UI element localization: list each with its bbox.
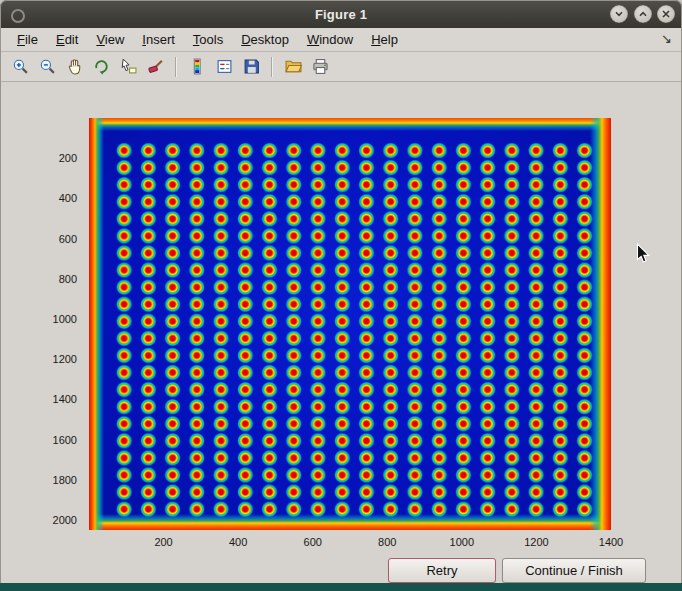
- printer-icon: [312, 58, 329, 75]
- menu-view[interactable]: View: [88, 30, 132, 49]
- x-tick-label: 1400: [599, 536, 623, 548]
- y-tick-label: 1400: [53, 393, 77, 405]
- brush-button[interactable]: [143, 55, 167, 79]
- open-folder-icon: [285, 58, 302, 75]
- x-tick-label: 400: [229, 536, 247, 548]
- pan-hand-icon: [66, 58, 83, 75]
- chevron-up-icon: [638, 9, 648, 19]
- menu-file[interactable]: File: [9, 30, 46, 49]
- figure-canvas: 200400600800100012001400160018002000 200…: [1, 82, 681, 583]
- window-title: Figure 1: [315, 7, 367, 22]
- zoom-in-button[interactable]: [8, 55, 32, 79]
- menu-desktop[interactable]: Desktop: [233, 30, 297, 49]
- x-tick-label: 200: [154, 536, 172, 548]
- menu-tools[interactable]: Tools: [185, 30, 231, 49]
- rotate-3d-icon: [93, 58, 110, 75]
- rotate-3d-button[interactable]: [89, 55, 113, 79]
- data-cursor-icon: [120, 58, 137, 75]
- zoom-out-button[interactable]: [35, 55, 59, 79]
- y-tick-label: 1800: [53, 474, 77, 486]
- zoom-out-icon: [39, 58, 56, 75]
- y-tick-label: 1200: [53, 353, 77, 365]
- y-tick-label: 800: [59, 273, 77, 285]
- brush-icon: [147, 58, 164, 75]
- insert-legend-button[interactable]: [212, 55, 236, 79]
- y-tick-label: 200: [59, 152, 77, 164]
- x-tick-label: 1200: [524, 536, 548, 548]
- menubar: File Edit View Insert Tools Desktop Wind…: [1, 28, 681, 52]
- zoom-in-icon: [12, 58, 29, 75]
- y-tick-label: 2000: [53, 514, 77, 526]
- x-tick-label: 600: [304, 536, 322, 548]
- figure-toolbar: [1, 52, 681, 82]
- menu-edit[interactable]: Edit: [48, 30, 86, 49]
- y-axis-tick-labels: 200400600800100012001400160018002000: [1, 118, 85, 530]
- retry-button[interactable]: Retry: [388, 558, 496, 583]
- menu-window[interactable]: Window: [299, 30, 361, 49]
- toolbar-separator: [271, 57, 273, 77]
- x-axis-tick-labels: 200400600800100012001400: [89, 534, 611, 550]
- x-tick-label: 1000: [450, 536, 474, 548]
- data-cursor-button[interactable]: [116, 55, 140, 79]
- plot-image[interactable]: [89, 118, 611, 530]
- toolbar-separator: [175, 57, 177, 77]
- shade-button[interactable]: [610, 5, 628, 23]
- chevron-down-icon: [614, 9, 624, 19]
- window-menu-icon[interactable]: [11, 9, 25, 23]
- y-tick-label: 1000: [53, 313, 77, 325]
- print-button[interactable]: [308, 55, 332, 79]
- taskbar-strip: [0, 583, 682, 591]
- insert-colorbar-button[interactable]: [185, 55, 209, 79]
- menu-overflow-arrow-icon[interactable]: ↘: [661, 31, 672, 46]
- menu-help[interactable]: Help: [363, 30, 406, 49]
- maximize-button[interactable]: [634, 5, 652, 23]
- save-button[interactable]: [239, 55, 263, 79]
- y-tick-label: 1600: [53, 434, 77, 446]
- close-icon: [661, 9, 671, 19]
- close-button[interactable]: [657, 5, 675, 23]
- insert-colorbar-icon: [189, 58, 206, 75]
- continue-finish-button[interactable]: Continue / Finish: [502, 558, 646, 583]
- y-tick-label: 600: [59, 233, 77, 245]
- titlebar[interactable]: Figure 1: [0, 0, 682, 28]
- heatmap-dot-grid: [112, 142, 597, 518]
- y-tick-label: 400: [59, 192, 77, 204]
- menu-insert[interactable]: Insert: [134, 30, 183, 49]
- pan-button[interactable]: [62, 55, 86, 79]
- save-floppy-icon: [243, 58, 260, 75]
- x-tick-label: 800: [378, 536, 396, 548]
- insert-legend-icon: [216, 58, 233, 75]
- open-button[interactable]: [281, 55, 305, 79]
